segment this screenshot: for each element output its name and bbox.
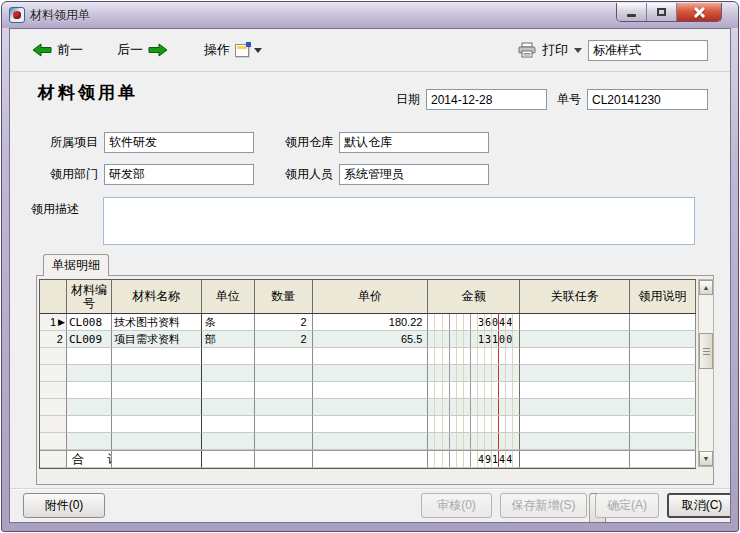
scrollbar-thumb[interactable]: [699, 333, 713, 369]
grid-cell[interactable]: [255, 348, 313, 365]
grid-cell[interactable]: [255, 365, 313, 382]
project-combobox[interactable]: 软件研发: [104, 132, 254, 153]
grid-cell[interactable]: [428, 399, 520, 416]
grid-cell[interactable]: [313, 382, 429, 399]
grid-cell[interactable]: [202, 365, 255, 382]
grid-cell[interactable]: [313, 365, 429, 382]
attachment-button[interactable]: 附件(0): [23, 493, 105, 518]
grid-cell[interactable]: 36044: [428, 314, 520, 331]
department-combobox[interactable]: 研发部: [104, 164, 254, 185]
grid-cell[interactable]: [428, 348, 520, 365]
grid-cell[interactable]: [202, 399, 255, 416]
grid-cell[interactable]: [428, 416, 520, 433]
scroll-down-button[interactable]: ▼: [699, 451, 713, 466]
grid-cell[interactable]: [428, 382, 520, 399]
amount-digit-cell: [499, 416, 506, 432]
scroll-up-button[interactable]: ▲: [699, 280, 713, 295]
grid-cell[interactable]: [520, 399, 630, 416]
minimize-button[interactable]: [617, 3, 647, 21]
grid-cell[interactable]: [313, 399, 429, 416]
grid-cell[interactable]: [40, 365, 67, 382]
number-input[interactable]: [587, 89, 708, 110]
grid-vertical-scrollbar[interactable]: ▲ ▼: [698, 279, 714, 467]
grid-cell[interactable]: [112, 399, 202, 416]
grid-cell[interactable]: [40, 416, 67, 433]
grid-cell[interactable]: [520, 416, 630, 433]
grid-cell[interactable]: [630, 433, 696, 450]
grid-cell[interactable]: [112, 348, 202, 365]
grid-cell[interactable]: [630, 348, 696, 365]
grid-cell[interactable]: [428, 365, 520, 382]
grid-cell[interactable]: 技术图书资料: [112, 314, 202, 331]
action-menu-button[interactable]: 操作: [198, 37, 268, 63]
grid-cell[interactable]: [67, 399, 112, 416]
grid-cell[interactable]: [112, 365, 202, 382]
amount-digit-cell: [428, 331, 435, 347]
grid-cell[interactable]: [520, 348, 630, 365]
grid-cell[interactable]: [255, 399, 313, 416]
grid-cell[interactable]: 1▶: [40, 314, 67, 331]
warehouse-combobox[interactable]: 默认仓库: [339, 132, 489, 153]
grid-cell[interactable]: [520, 365, 630, 382]
print-button[interactable]: 打印: [542, 41, 568, 59]
grid-cell[interactable]: [112, 382, 202, 399]
tab-detail[interactable]: 单据明细: [43, 254, 109, 276]
print-dropdown-icon[interactable]: [574, 48, 582, 53]
grid-cell[interactable]: [520, 331, 630, 348]
grid-cell[interactable]: [630, 365, 696, 382]
grid-cell[interactable]: [630, 416, 696, 433]
grid-cell[interactable]: [520, 314, 630, 331]
grid-cell[interactable]: [67, 416, 112, 433]
grid-cell[interactable]: [67, 382, 112, 399]
grid-cell[interactable]: 2: [255, 314, 313, 331]
grid-cell[interactable]: [67, 433, 112, 450]
grid-cell[interactable]: [40, 382, 67, 399]
grid-cell[interactable]: CL009: [67, 331, 112, 348]
previous-record-button[interactable]: 前一: [26, 37, 89, 63]
grid-cell[interactable]: [40, 399, 67, 416]
grid-cell[interactable]: [67, 365, 112, 382]
grid-cell[interactable]: [255, 382, 313, 399]
grid-cell[interactable]: 2: [40, 331, 67, 348]
grid-cell[interactable]: [202, 382, 255, 399]
grid-cell[interactable]: [202, 416, 255, 433]
grid-cell[interactable]: [630, 382, 696, 399]
print-style-combobox[interactable]: 标准样式: [588, 40, 708, 61]
grid-cell[interactable]: 180.22: [313, 314, 429, 331]
grid-cell[interactable]: [255, 433, 313, 450]
grid-cell[interactable]: 13100: [428, 331, 520, 348]
close-button[interactable]: [677, 3, 721, 21]
grid-cell[interactable]: [255, 416, 313, 433]
maximize-button[interactable]: [647, 3, 677, 21]
grid-cell[interactable]: [428, 433, 520, 450]
scrollbar-track[interactable]: [699, 295, 713, 451]
grid-column-header: [40, 280, 67, 313]
date-combobox[interactable]: 2014-12-28: [426, 89, 547, 110]
grid-cell[interactable]: [67, 348, 112, 365]
grid-cell[interactable]: [40, 433, 67, 450]
grid-cell[interactable]: [112, 416, 202, 433]
grid-cell[interactable]: [630, 331, 696, 348]
grid-cell[interactable]: [112, 433, 202, 450]
grid-cell[interactable]: [630, 399, 696, 416]
grid-cell[interactable]: [520, 382, 630, 399]
grid-cell[interactable]: 2: [255, 331, 313, 348]
grid-cell[interactable]: [520, 433, 630, 450]
grid-cell[interactable]: [202, 348, 255, 365]
grid-cell[interactable]: [40, 348, 67, 365]
person-combobox[interactable]: 系统管理员: [339, 164, 489, 185]
grid-cell[interactable]: 65.5: [313, 331, 429, 348]
grid-cell[interactable]: 项目需求资料: [112, 331, 202, 348]
cancel-button[interactable]: 取消(C): [667, 493, 731, 518]
grid-cell[interactable]: [313, 433, 429, 450]
grid-cell[interactable]: CL008: [67, 314, 112, 331]
next-record-button[interactable]: 后一: [111, 37, 174, 63]
grid-cell[interactable]: 部: [202, 331, 255, 348]
description-textarea[interactable]: [103, 197, 695, 245]
grid-cell[interactable]: [202, 433, 255, 450]
grid-cell[interactable]: [630, 314, 696, 331]
grid-cell[interactable]: [313, 416, 429, 433]
titlebar[interactable]: 材料领用单: [2, 2, 738, 28]
grid-cell[interactable]: [313, 348, 429, 365]
grid-cell[interactable]: 条: [202, 314, 255, 331]
